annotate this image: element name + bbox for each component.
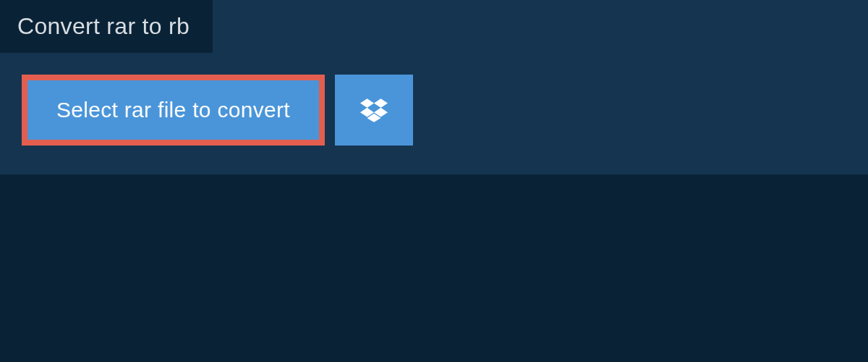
select-file-label: Select rar file to convert [56, 98, 290, 122]
tab-title: Convert rar to rb [17, 13, 190, 39]
conversion-panel: Convert rar to rb Select rar file to con… [0, 0, 868, 174]
select-file-button[interactable]: Select rar file to convert [22, 75, 325, 146]
dropbox-button[interactable] [335, 75, 413, 146]
dropbox-icon [360, 96, 388, 124]
active-tab: Convert rar to rb [0, 0, 213, 53]
file-select-row: Select rar file to convert [0, 53, 868, 146]
